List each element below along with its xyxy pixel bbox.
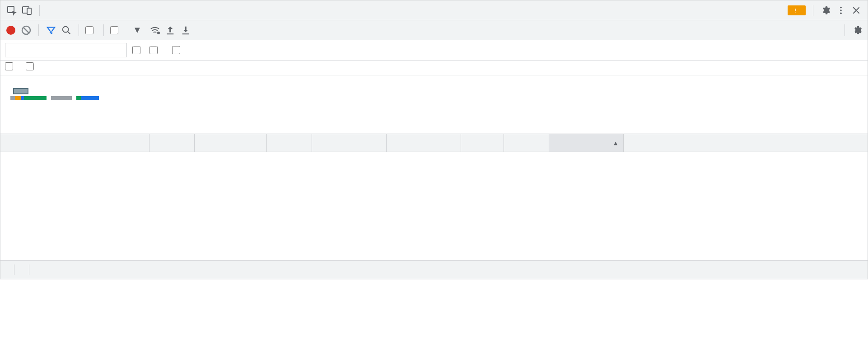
col-status[interactable] — [149, 134, 195, 152]
third-party-checkbox[interactable] — [26, 62, 37, 70]
record-button[interactable] — [5, 24, 17, 36]
filter-input[interactable] — [5, 43, 127, 57]
svg-point-9 — [157, 32, 160, 34]
separator — [813, 5, 813, 16]
disable-cache-checkbox[interactable] — [110, 26, 122, 34]
search-icon[interactable] — [61, 24, 72, 36]
device-toggle-icon[interactable] — [19, 3, 35, 18]
separator — [845, 24, 845, 36]
sort-indicator-icon: ▲ — [612, 139, 619, 147]
col-initiator[interactable] — [312, 134, 387, 152]
col-remote[interactable] — [195, 134, 267, 152]
overview-selection[interactable] — [13, 88, 28, 94]
has-blocked-cookies-checkbox[interactable] — [172, 46, 184, 54]
col-time[interactable] — [504, 134, 549, 152]
chevron-down-icon: ▼ — [133, 25, 142, 35]
col-initiator-addr[interactable] — [387, 134, 461, 152]
svg-point-6 — [840, 12, 842, 14]
svg-point-5 — [840, 9, 842, 11]
inspect-icon[interactable] — [4, 3, 19, 18]
filter-bar — [0, 40, 868, 60]
svg-rect-2 — [27, 8, 31, 14]
kebab-menu-icon[interactable] — [833, 3, 849, 18]
more-tabs-icon[interactable] — [44, 3, 60, 18]
col-waterfall[interactable]: ▲ — [549, 134, 624, 152]
separator — [79, 24, 79, 36]
separator — [29, 264, 29, 275]
close-icon[interactable] — [849, 3, 864, 18]
col-spacer — [624, 134, 868, 152]
separator — [103, 24, 104, 36]
network-conditions-icon[interactable] — [149, 24, 161, 36]
separator — [38, 24, 39, 36]
devtools-tabstrip — [0, 0, 868, 20]
upload-har-icon[interactable] — [164, 24, 176, 36]
col-name[interactable] — [0, 134, 149, 152]
request-table-header: ▲ — [0, 134, 868, 152]
timeline-overview[interactable] — [0, 75, 868, 134]
issues-badge[interactable] — [788, 5, 806, 15]
settings-icon[interactable] — [818, 3, 833, 18]
clear-button[interactable] — [20, 24, 32, 36]
svg-point-8 — [63, 26, 69, 32]
col-size[interactable] — [461, 134, 504, 152]
separator — [14, 264, 14, 275]
filter-icon[interactable] — [45, 24, 57, 36]
separator — [39, 5, 40, 16]
svg-point-4 — [840, 6, 842, 8]
status-bar — [0, 261, 868, 279]
preserve-log-checkbox[interactable] — [85, 26, 97, 34]
overview-bars — [10, 96, 99, 101]
network-toolbar: ▼ — [0, 20, 868, 40]
col-type[interactable] — [267, 134, 312, 152]
network-settings-icon[interactable] — [851, 24, 863, 36]
request-table: ▲ — [0, 134, 868, 261]
throttling-select[interactable]: ▼ — [126, 25, 145, 35]
filter-bar-2 — [0, 60, 868, 75]
blocked-requests-checkbox[interactable] — [5, 62, 17, 70]
hide-data-urls-checkbox[interactable] — [149, 46, 161, 54]
invert-checkbox[interactable] — [132, 46, 144, 54]
download-har-icon[interactable] — [180, 24, 191, 36]
